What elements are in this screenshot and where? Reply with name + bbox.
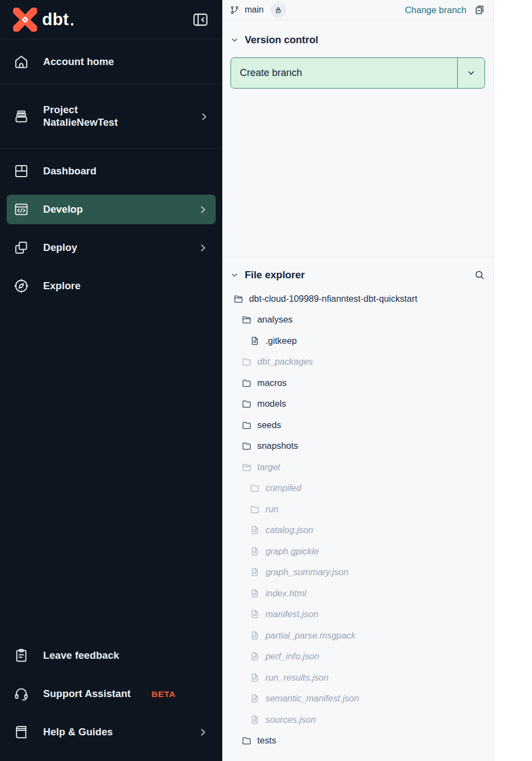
sidebar-item-account-home[interactable]: Account home	[0, 39, 222, 85]
sidebar-item-help-guides[interactable]: Help & Guides	[7, 717, 216, 747]
sidebar-spacer	[0, 309, 222, 641]
tree-item-folder[interactable]: analyses	[230, 309, 485, 331]
tree-item-file[interactable]: index.html	[230, 583, 485, 604]
sidebar-item-explore[interactable]: Explore	[7, 271, 216, 301]
sidebar-item-leave-feedback[interactable]: Leave feedback	[7, 641, 216, 670]
tree-item-folder[interactable]: seeds	[230, 414, 485, 436]
clipboard-icon	[13, 647, 29, 664]
sidebar-item-label: Leave feedback	[43, 649, 119, 662]
tree-item-file[interactable]: graph.gpickle	[230, 541, 485, 562]
folder-icon	[241, 356, 252, 367]
collapse-sidebar-icon[interactable]	[191, 11, 210, 28]
tree-item-name: graph.gpickle	[265, 546, 319, 557]
tree-item-folder[interactable]: tests	[230, 730, 485, 752]
chevron-right-icon	[199, 112, 209, 122]
tree-item-name: run	[265, 504, 279, 514]
tree-item-name: semantic_manifest.json	[265, 693, 359, 704]
tree-item-name: macros	[257, 378, 287, 388]
tree-item-name: catalog.json	[265, 525, 313, 535]
version-control-section: Version control Create branch	[222, 20, 493, 257]
chevron-down-icon	[230, 36, 239, 44]
file-explorer-header[interactable]: File explorer	[230, 257, 485, 281]
chevron-down-icon	[230, 271, 239, 279]
sidebar-item-support-assistant[interactable]: Support AssistantBETA	[7, 679, 216, 709]
file-icon	[250, 525, 260, 535]
folder-icon	[241, 399, 252, 409]
version-control-header[interactable]: Version control	[230, 20, 485, 46]
folder-icon	[250, 504, 260, 514]
folder-icon	[241, 420, 252, 430]
tree-item-folder[interactable]: target	[230, 456, 485, 478]
tree-item-file[interactable]: perf_info.json	[230, 646, 485, 668]
change-branch-link[interactable]: Change branch	[405, 5, 466, 15]
tree-item-file[interactable]: partial_parse.msgpack	[230, 625, 485, 646]
tree-item-file[interactable]: semantic_manifest.json	[230, 688, 485, 710]
branch-readonly-badge	[270, 2, 286, 18]
editor-area	[494, 0, 532, 761]
dbt-logo[interactable]: dbt	[13, 8, 73, 32]
tree-item-folder[interactable]: run	[230, 499, 485, 520]
file-icon	[250, 693, 260, 704]
tree-item-folder[interactable]: compiled	[230, 478, 485, 499]
sidebar-item-label: Develop	[43, 203, 83, 216]
file-icon	[250, 567, 260, 577]
dashboard-icon	[13, 163, 29, 179]
tree-item-name: snapshots	[257, 441, 298, 451]
tree-item-file[interactable]: graph_summary.json	[230, 562, 485, 583]
folder-open-icon	[233, 294, 244, 304]
file-icon	[250, 651, 260, 662]
chevron-right-icon	[198, 243, 208, 253]
home-icon	[13, 54, 29, 70]
tree-item-file[interactable]: sources.json	[230, 709, 485, 730]
tree-item-file[interactable]: .gitkeep	[230, 330, 485, 352]
lock-icon	[274, 6, 282, 14]
sidebar-item-label: Account home	[43, 56, 114, 68]
folder-open-icon	[241, 462, 252, 472]
explore-icon	[13, 278, 29, 294]
tree-item-name: sources.json	[265, 715, 316, 725]
sidebar-item-label: Support Assistant	[43, 688, 131, 700]
folder-icon	[241, 378, 252, 388]
file-icon	[250, 588, 260, 599]
file-icon	[250, 715, 260, 725]
tree-item-folder[interactable]: snapshots	[230, 436, 485, 457]
tree-item-name: dbt-cloud-109989-nfianntest-dbt-quicksta…	[249, 294, 417, 304]
tree-item-name: analyses	[257, 314, 293, 325]
sidebar-item-deploy[interactable]: Deploy	[7, 233, 216, 262]
copy-icon[interactable]	[474, 4, 486, 16]
sidebar-nav-bottom: Leave feedbackSupport AssistantBETAHelp …	[0, 641, 222, 761]
create-branch-label[interactable]: Create branch	[231, 58, 458, 88]
tree-item-folder[interactable]: dbt_packages	[230, 352, 485, 373]
tree-item-file[interactable]: catalog.json	[230, 520, 485, 541]
chevron-right-icon	[198, 204, 208, 215]
tree-item-folder[interactable]: macros	[230, 372, 485, 394]
sidebar-item-dashboard[interactable]: Dashboard	[7, 156, 216, 186]
tree-item-folder[interactable]: models	[230, 394, 485, 415]
sidebar-item-develop[interactable]: Develop	[7, 195, 216, 224]
tree-item-file[interactable]: run_results.json	[230, 667, 485, 688]
tree-item-name: partial_parse.msgpack	[265, 630, 356, 641]
tree-item-name: .gitkeep	[265, 336, 297, 346]
version-control-title: Version control	[245, 34, 318, 46]
project-icon	[13, 108, 29, 125]
folder-icon	[250, 483, 260, 493]
app-sidebar: dbt Account homeProjectNatalieNewTest Da…	[0, 0, 222, 761]
sidebar-item-project[interactable]: ProjectNatalieNewTest	[0, 85, 222, 149]
tree-item-name: target	[257, 462, 280, 472]
sidebar-nav-top: Account homeProjectNatalieNewTest	[0, 39, 222, 149]
git-branch-icon	[230, 5, 239, 15]
tree-item-name: models	[257, 399, 286, 409]
create-branch-button[interactable]: Create branch	[230, 57, 485, 89]
search-icon[interactable]	[474, 270, 485, 280]
folder-open-icon	[241, 314, 252, 325]
tree-item-file[interactable]: manifest.json	[230, 604, 485, 625]
branch-bar: main Change branch	[222, 0, 493, 20]
create-branch-caret[interactable]	[458, 58, 484, 88]
tree-item-folder[interactable]: dbt-cloud-109989-nfianntest-dbt-quicksta…	[230, 288, 485, 309]
sidebar-nav-main: DashboardDevelopDeployExplore	[0, 149, 222, 309]
file-explorer-title: File explorer	[245, 269, 305, 281]
current-branch-name: main	[245, 5, 264, 15]
tree-item-name: seeds	[257, 420, 281, 430]
ide-side-panel: main Change branch Version control Creat…	[222, 0, 494, 761]
file-explorer-section: File explorer dbt-cloud-109989-nfianntes…	[222, 257, 493, 761]
